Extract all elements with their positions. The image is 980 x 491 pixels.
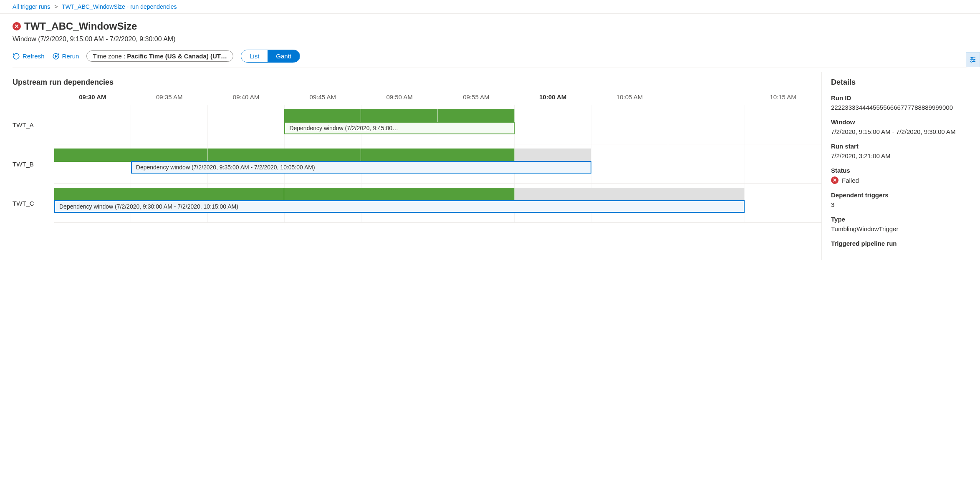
time-tick: 09:45 AM	[284, 93, 361, 105]
window-value: 7/2/2020, 9:15:00 AM - 7/2/2020, 9:30:00…	[831, 128, 971, 135]
breadcrumb: All trigger runs > TWT_ABC_WindowSize - …	[0, 0, 980, 14]
gantt-run-segment[interactable]	[208, 149, 361, 162]
dependent-triggers-label: Dependent triggers	[831, 191, 971, 199]
gantt-row-label: TWT_B	[13, 144, 54, 184]
time-tick: 09:50 AM	[361, 93, 438, 105]
time-tick	[668, 93, 745, 105]
refresh-label: Refresh	[23, 53, 45, 60]
details-heading: Details	[831, 78, 971, 87]
dependency-window[interactable]: Dependency window (7/2/2020, 9:35:00 AM …	[131, 161, 591, 174]
gantt-run-segment[interactable]	[284, 188, 514, 201]
gantt-run-segment[interactable]	[54, 149, 208, 162]
breadcrumb-root-link[interactable]: All trigger runs	[13, 3, 50, 10]
view-list-button[interactable]: List	[241, 50, 268, 62]
view-toggle: List Gantt	[241, 50, 300, 63]
triggered-pipeline-run-label: Triggered pipeline run	[831, 240, 971, 247]
svg-point-4	[973, 59, 975, 60]
time-tick: 09:30 AM	[54, 93, 131, 105]
refresh-icon	[13, 53, 20, 60]
time-tick: 10:15 AM	[745, 93, 821, 105]
timezone-value: Pacific Time (US & Canada) (UT…	[127, 53, 227, 60]
gantt-row: Dependency window (7/2/2020, 9:30:00 AM …	[54, 184, 821, 223]
time-tick: 09:35 AM	[131, 93, 208, 105]
rerun-label: Rerun	[62, 53, 79, 60]
status-value: Failed	[842, 177, 859, 184]
dependency-window[interactable]: Dependency window (7/2/2020, 9:45:00…	[284, 122, 514, 134]
gantt-row-label: TWT_C	[13, 184, 54, 223]
timezone-prefix: Time zone :	[93, 53, 125, 60]
gantt-run-segment[interactable]	[515, 188, 745, 201]
gantt-run-segment[interactable]	[438, 109, 515, 123]
time-tick: 09:55 AM	[438, 93, 515, 105]
svg-point-6	[971, 61, 972, 62]
error-icon: ✕	[13, 22, 21, 30]
gantt-run-segment[interactable]	[361, 149, 515, 162]
run-start-value: 7/2/2020, 3:21:00 AM	[831, 152, 971, 159]
type-label: Type	[831, 216, 971, 223]
time-tick: 10:05 AM	[591, 93, 668, 105]
details-panel: Details Run ID 2222333344445555666677778…	[821, 72, 980, 260]
svg-marker-0	[55, 55, 57, 57]
view-gantt-button[interactable]: Gantt	[268, 50, 300, 62]
breadcrumb-current-link[interactable]: TWT_ABC_WindowSize - run dependencies	[62, 3, 177, 10]
settings-panel-toggle[interactable]	[966, 52, 980, 67]
refresh-button[interactable]: Refresh	[13, 53, 45, 60]
svg-point-2	[971, 57, 972, 58]
rerun-icon	[52, 53, 60, 60]
gantt-run-segment[interactable]	[515, 149, 591, 162]
type-value: TumblingWindowTrigger	[831, 225, 971, 232]
gantt-row: Dependency window (7/2/2020, 9:45:00…	[54, 105, 821, 144]
gantt-run-segment[interactable]	[361, 109, 438, 123]
dependency-window[interactable]: Dependency window (7/2/2020, 9:30:00 AM …	[54, 200, 745, 213]
toolbar: Refresh Rerun Time zone : Pacific Time (…	[13, 48, 967, 68]
gantt-section-title: Upstream run dependencies	[13, 78, 821, 87]
run-id-label: Run ID	[831, 94, 971, 101]
gantt-run-segment[interactable]	[54, 188, 284, 201]
timezone-dropdown[interactable]: Time zone : Pacific Time (US & Canada) (…	[86, 50, 233, 62]
window-subtitle: Window (7/2/2020, 9:15:00 AM - 7/2/2020,…	[13, 35, 967, 43]
window-label: Window	[831, 118, 971, 126]
breadcrumb-separator: >	[54, 3, 58, 10]
status-label: Status	[831, 167, 971, 174]
gantt-run-segment[interactable]	[284, 109, 361, 123]
time-tick: 10:00 AM	[515, 93, 591, 105]
dependent-triggers-value: 3	[831, 201, 971, 208]
sliders-icon	[969, 56, 977, 63]
page-title: TWT_ABC_WindowSize	[24, 20, 137, 32]
run-start-label: Run start	[831, 143, 971, 150]
gantt-row: Dependency window (7/2/2020, 9:35:00 AM …	[54, 144, 821, 184]
rerun-button[interactable]: Rerun	[52, 53, 79, 60]
gantt-row-label: TWT_A	[13, 105, 54, 144]
time-tick: 09:40 AM	[208, 93, 285, 105]
run-id-value: 22223333444455556666777788889999000	[831, 104, 971, 111]
gantt-time-axis: 09:30 AM09:35 AM09:40 AM09:45 AM09:50 AM…	[54, 93, 821, 105]
error-icon: ✕	[831, 176, 839, 184]
page-title-row: ✕ TWT_ABC_WindowSize	[13, 20, 967, 32]
